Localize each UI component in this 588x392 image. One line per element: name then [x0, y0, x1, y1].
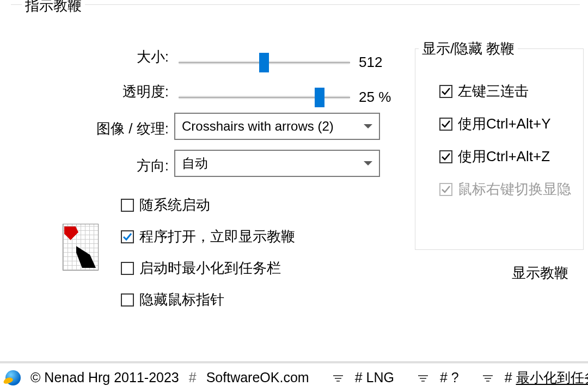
autostart-label: 随系统启动 [139, 195, 210, 215]
texture-dropdown-value: Crosshairs with arrows (2) [182, 119, 334, 134]
hide-cursor-checkbox[interactable]: 隐藏鼠标指针 [121, 290, 224, 309]
help-menu[interactable]: # ? [440, 370, 459, 385]
app-icon [63, 224, 99, 271]
triple-click-checkbox[interactable]: 左键三连击 [439, 82, 529, 101]
show-pointer-link[interactable]: 显示教鞭 [512, 264, 568, 283]
texture-label: 图像 / 纹理: [82, 119, 169, 138]
chevron-down-icon [364, 161, 372, 166]
show-on-open-checkbox[interactable]: 程序打开，立即显示教鞭 [121, 227, 295, 246]
copyright-text: © Nenad Hrg 2011-2023 [30, 370, 179, 385]
chevron-down-icon [364, 124, 372, 128]
direction-dropdown-value: 自动 [182, 155, 208, 172]
show-hide-group-title: 显示/隐藏 教鞭 [419, 39, 518, 58]
size-value: 512 [359, 54, 382, 71]
show-on-open-label: 程序打开，立即显示教鞭 [139, 227, 295, 246]
direction-label: 方向: [122, 156, 169, 175]
min-to-tray-checkbox[interactable]: 启动时最小化到任务栏 [121, 259, 281, 278]
dropdown-icon [332, 370, 344, 385]
size-slider[interactable] [179, 61, 350, 64]
group-title: 指示教鞭 [22, 0, 85, 15]
ctrl-alt-y-checkbox[interactable]: 使用Ctrl+Alt+Y [439, 114, 551, 133]
pointer-groupbox: 指示教鞭 大小: 512 透明度: 25 % 图像 / 纹理: Crosshai… [11, 4, 580, 331]
ctrl-alt-z-label: 使用Ctrl+Alt+Z [458, 147, 550, 166]
direction-dropdown[interactable]: 自动 [174, 150, 380, 177]
min-to-tray-label: 启动时最小化到任务栏 [139, 259, 281, 278]
rmb-toggle-checkbox: 鼠标右键切换显隐 [439, 180, 571, 199]
opacity-label: 透明度: [108, 82, 169, 101]
opacity-value: 25 % [359, 89, 391, 106]
autostart-checkbox[interactable]: 随系统启动 [121, 195, 210, 215]
hide-cursor-label: 隐藏鼠标指针 [139, 290, 224, 309]
lng-menu[interactable]: # LNG [355, 370, 394, 385]
site-link[interactable]: SoftwareOK.com [206, 370, 309, 385]
rmb-toggle-label: 鼠标右键切换显隐 [458, 180, 571, 199]
size-label: 大小: [120, 47, 169, 66]
hash-sep: # [189, 370, 197, 385]
ctrl-alt-z-checkbox[interactable]: 使用Ctrl+Alt+Z [439, 147, 550, 166]
dropdown-icon [482, 370, 494, 385]
status-bar: © Nenad Hrg 2011-2023 # SoftwareOK.com #… [0, 362, 588, 392]
opacity-slider-thumb[interactable] [315, 88, 324, 107]
opacity-slider[interactable] [179, 96, 350, 99]
show-hide-groupbox: 显示/隐藏 教鞭 左键三连击 使用Ctrl+Alt+Y 使用Ctrl+Alt+Z… [415, 48, 584, 250]
dropdown-icon [417, 370, 429, 385]
globe-icon [5, 370, 21, 385]
texture-dropdown[interactable]: Crosshairs with arrows (2) [174, 113, 380, 140]
minimize-menu[interactable]: # 最小化到任务栏 [505, 369, 588, 387]
size-slider-thumb[interactable] [259, 53, 269, 72]
triple-click-label: 左键三连击 [458, 82, 529, 101]
ctrl-alt-y-label: 使用Ctrl+Alt+Y [458, 114, 551, 133]
